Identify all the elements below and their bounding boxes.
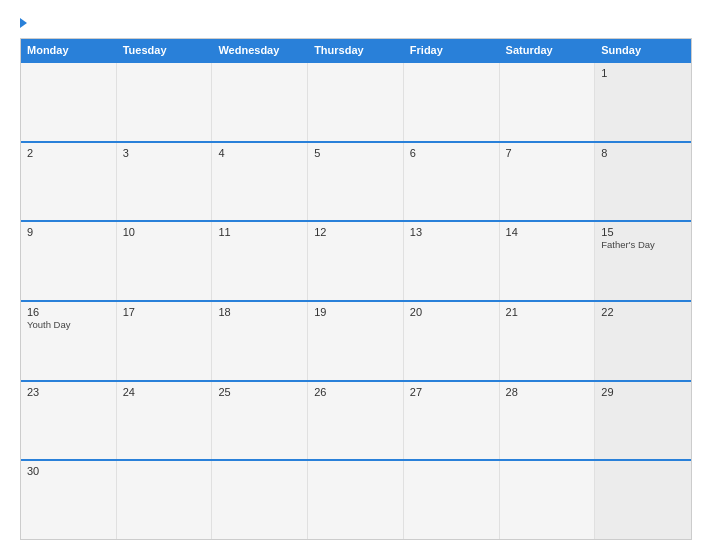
day-number: 11 <box>218 226 301 238</box>
logo-blue-text <box>20 18 29 28</box>
calendar-page: MondayTuesdayWednesdayThursdayFridaySatu… <box>0 0 712 550</box>
cal-cell-4-4: 27 <box>404 382 500 460</box>
day-number: 20 <box>410 306 493 318</box>
cal-cell-5-6 <box>595 461 691 539</box>
day-number: 17 <box>123 306 206 318</box>
event-label: Youth Day <box>27 319 71 330</box>
header-day-sunday: Sunday <box>595 39 691 61</box>
day-number: 4 <box>218 147 301 159</box>
cal-cell-1-4: 6 <box>404 143 500 221</box>
day-number: 18 <box>218 306 301 318</box>
cal-cell-3-0: 16Youth Day <box>21 302 117 380</box>
day-number: 16 <box>27 306 110 318</box>
day-number: 26 <box>314 386 397 398</box>
calendar-row-1: 2345678 <box>21 141 691 221</box>
cal-cell-5-5 <box>500 461 596 539</box>
calendar-header: MondayTuesdayWednesdayThursdayFridaySatu… <box>21 39 691 61</box>
cal-cell-2-1: 10 <box>117 222 213 300</box>
cal-cell-0-2 <box>212 63 308 141</box>
calendar-body: 123456789101112131415Father's Day16Youth… <box>21 61 691 539</box>
day-number: 2 <box>27 147 110 159</box>
header-day-saturday: Saturday <box>500 39 596 61</box>
day-number: 22 <box>601 306 685 318</box>
day-number: 15 <box>601 226 685 238</box>
day-number: 10 <box>123 226 206 238</box>
day-number: 8 <box>601 147 685 159</box>
cal-cell-4-2: 25 <box>212 382 308 460</box>
day-number: 27 <box>410 386 493 398</box>
day-number: 28 <box>506 386 589 398</box>
cal-cell-1-6: 8 <box>595 143 691 221</box>
cal-cell-5-4 <box>404 461 500 539</box>
calendar-row-2: 9101112131415Father's Day <box>21 220 691 300</box>
day-number: 3 <box>123 147 206 159</box>
cal-cell-0-4 <box>404 63 500 141</box>
event-label: Father's Day <box>601 239 655 250</box>
cal-cell-4-0: 23 <box>21 382 117 460</box>
day-number: 14 <box>506 226 589 238</box>
day-number: 21 <box>506 306 589 318</box>
calendar-row-3: 16Youth Day171819202122 <box>21 300 691 380</box>
cal-cell-0-0 <box>21 63 117 141</box>
cal-cell-5-3 <box>308 461 404 539</box>
calendar-row-5: 30 <box>21 459 691 539</box>
day-number: 12 <box>314 226 397 238</box>
day-number: 1 <box>601 67 685 79</box>
day-number: 30 <box>27 465 110 477</box>
cal-cell-5-1 <box>117 461 213 539</box>
cal-cell-3-4: 20 <box>404 302 500 380</box>
logo <box>20 18 29 28</box>
cal-cell-5-2 <box>212 461 308 539</box>
day-number: 13 <box>410 226 493 238</box>
cal-cell-1-1: 3 <box>117 143 213 221</box>
day-number: 9 <box>27 226 110 238</box>
header-day-thursday: Thursday <box>308 39 404 61</box>
cal-cell-2-6: 15Father's Day <box>595 222 691 300</box>
day-number: 19 <box>314 306 397 318</box>
cal-cell-3-5: 21 <box>500 302 596 380</box>
cal-cell-4-5: 28 <box>500 382 596 460</box>
cal-cell-3-3: 19 <box>308 302 404 380</box>
cal-cell-5-0: 30 <box>21 461 117 539</box>
calendar-row-0: 1 <box>21 61 691 141</box>
header-day-tuesday: Tuesday <box>117 39 213 61</box>
day-number: 7 <box>506 147 589 159</box>
cal-cell-4-3: 26 <box>308 382 404 460</box>
header-day-friday: Friday <box>404 39 500 61</box>
cal-cell-0-5 <box>500 63 596 141</box>
day-number: 6 <box>410 147 493 159</box>
cal-cell-0-1 <box>117 63 213 141</box>
cal-cell-1-0: 2 <box>21 143 117 221</box>
cal-cell-0-3 <box>308 63 404 141</box>
calendar-row-4: 23242526272829 <box>21 380 691 460</box>
header-day-wednesday: Wednesday <box>212 39 308 61</box>
cal-cell-2-4: 13 <box>404 222 500 300</box>
cal-cell-3-1: 17 <box>117 302 213 380</box>
page-header <box>20 18 692 28</box>
cal-cell-2-5: 14 <box>500 222 596 300</box>
cal-cell-2-0: 9 <box>21 222 117 300</box>
cal-cell-2-3: 12 <box>308 222 404 300</box>
day-number: 23 <box>27 386 110 398</box>
cal-cell-1-5: 7 <box>500 143 596 221</box>
cal-cell-4-6: 29 <box>595 382 691 460</box>
cal-cell-3-2: 18 <box>212 302 308 380</box>
day-number: 29 <box>601 386 685 398</box>
day-number: 24 <box>123 386 206 398</box>
day-number: 5 <box>314 147 397 159</box>
cal-cell-2-2: 11 <box>212 222 308 300</box>
calendar-grid: MondayTuesdayWednesdayThursdayFridaySatu… <box>20 38 692 540</box>
logo-triangle-icon <box>20 18 27 28</box>
cal-cell-1-2: 4 <box>212 143 308 221</box>
cal-cell-0-6: 1 <box>595 63 691 141</box>
header-day-monday: Monday <box>21 39 117 61</box>
cal-cell-3-6: 22 <box>595 302 691 380</box>
day-number: 25 <box>218 386 301 398</box>
cal-cell-1-3: 5 <box>308 143 404 221</box>
cal-cell-4-1: 24 <box>117 382 213 460</box>
